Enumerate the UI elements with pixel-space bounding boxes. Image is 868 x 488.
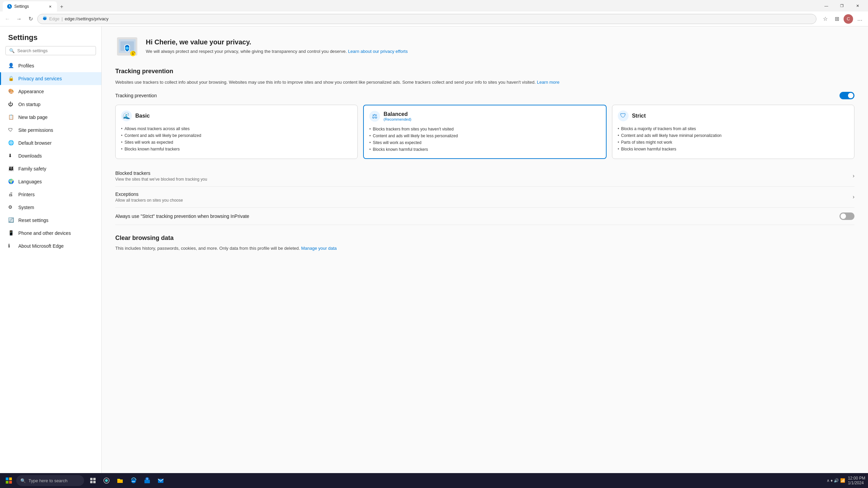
nav-label-startup: On startup bbox=[18, 102, 40, 107]
nav-label-downloads: Downloads bbox=[18, 153, 42, 159]
inprivate-toggle-knob bbox=[841, 214, 846, 219]
sidebar-item-phone[interactable]: 📱Phone and other devices bbox=[0, 227, 101, 240]
inprivate-toggle[interactable] bbox=[840, 212, 854, 220]
sidebar-item-printers[interactable]: 🖨Printers bbox=[0, 188, 101, 201]
tracking-card-strict[interactable]: 🛡 Strict Blocks a majority of trackers f… bbox=[612, 105, 854, 159]
back-button[interactable]: ← bbox=[3, 14, 12, 24]
taskbar-apps bbox=[87, 474, 167, 487]
task-view-button[interactable] bbox=[87, 474, 99, 487]
svg-rect-14 bbox=[90, 481, 93, 483]
privacy-header: Hi Cherie, we value your privacy. We wil… bbox=[115, 35, 854, 58]
nav-label-system: System bbox=[18, 205, 34, 210]
privacy-header-text: Hi Cherie, we value your privacy. We wil… bbox=[146, 38, 408, 55]
address-bar: ← → ↻ Edge | edge://settings/privacy ☆ ⊞… bbox=[0, 12, 868, 26]
close-button[interactable]: ✕ bbox=[850, 0, 865, 11]
tab-close-button[interactable]: ✕ bbox=[47, 4, 53, 9]
account-icon[interactable]: C bbox=[843, 14, 854, 24]
sidebar-item-family-safety[interactable]: 👨‍👩‍👧Family safety bbox=[0, 162, 101, 175]
address-input[interactable]: Edge | edge://settings/privacy bbox=[37, 14, 816, 24]
nav-label-printers: Printers bbox=[18, 192, 35, 197]
svg-rect-19 bbox=[144, 480, 150, 483]
window-controls: — ❐ ✕ bbox=[818, 0, 865, 11]
svg-rect-20 bbox=[146, 478, 148, 480]
blocked-trackers-text: Blocked trackers View the sites that we'… bbox=[115, 170, 207, 182]
start-button[interactable] bbox=[3, 474, 15, 487]
sidebar-item-privacy[interactable]: 🔒Privacy and services bbox=[0, 72, 101, 85]
user-avatar[interactable]: C bbox=[844, 14, 853, 24]
nav-icon-startup: ⏻ bbox=[8, 101, 14, 107]
blocked-trackers-item[interactable]: Blocked trackers View the sites that we'… bbox=[115, 166, 854, 187]
svg-rect-7 bbox=[132, 53, 134, 55]
card-point: Allows most trackers across all sites bbox=[121, 125, 352, 132]
card-icon-strict: 🛡 bbox=[618, 110, 629, 121]
card-point: Blocks a majority of trackers from all s… bbox=[618, 125, 849, 132]
card-points-basic: Allows most trackers across all sitesCon… bbox=[121, 125, 352, 152]
tracking-learn-link[interactable]: Learn more bbox=[537, 80, 559, 85]
nav-icon-printers: 🖨 bbox=[8, 191, 14, 198]
inprivate-label: Always use "Strict" tracking prevention … bbox=[115, 214, 249, 219]
tracking-desc: Websites use trackers to collect info ab… bbox=[115, 79, 854, 86]
tracking-card-basic[interactable]: 🌊 Basic Allows most trackers across all … bbox=[115, 105, 358, 159]
card-name-strict: Strict bbox=[632, 113, 646, 119]
sidebar-item-default-browser[interactable]: 🌐Default browser bbox=[0, 137, 101, 149]
nav-icon-newtab: 📋 bbox=[8, 114, 14, 120]
card-header-basic: 🌊 Basic bbox=[121, 110, 352, 121]
sidebar-item-appearance[interactable]: 🎨Appearance bbox=[0, 85, 101, 98]
search-input[interactable] bbox=[17, 48, 92, 53]
card-name-group-basic: Basic bbox=[135, 113, 150, 119]
address-separator: Edge bbox=[49, 16, 59, 21]
forward-button[interactable]: → bbox=[14, 14, 24, 24]
edge-icon bbox=[42, 16, 47, 22]
tracking-card-balanced[interactable]: ⚖ Balanced (Recommended) Blocks trackers… bbox=[363, 105, 606, 159]
tracking-section: Tracking prevention Websites use tracker… bbox=[115, 68, 854, 225]
taskbar-search[interactable]: 🔍 Type here to search bbox=[16, 475, 84, 486]
sidebar-item-languages[interactable]: 🌍Languages bbox=[0, 175, 101, 188]
sidebar-title: Settings bbox=[0, 26, 101, 46]
tab-title: Settings bbox=[14, 4, 45, 9]
search-icon: 🔍 bbox=[9, 48, 15, 53]
card-icon-basic: 🌊 bbox=[121, 110, 132, 121]
file-explorer-button[interactable] bbox=[114, 474, 126, 487]
taskbar: 🔍 Type here to search bbox=[0, 473, 868, 488]
card-points-strict: Blocks a majority of trackers from all s… bbox=[618, 125, 849, 152]
sidebar-nav: 👤Profiles🔒Privacy and services🎨Appearanc… bbox=[0, 59, 101, 252]
more-button[interactable]: … bbox=[854, 14, 865, 24]
mail-button[interactable] bbox=[155, 474, 167, 487]
address-divider: | bbox=[61, 16, 62, 21]
nav-icon-family-safety: 👨‍👩‍👧 bbox=[8, 166, 14, 172]
card-name-group-balanced: Balanced (Recommended) bbox=[383, 111, 411, 121]
clear-desc: This includes history, passwords, cookie… bbox=[115, 246, 854, 251]
nav-icon-about: ℹ bbox=[8, 243, 14, 249]
settings-tab[interactable]: Settings ✕ bbox=[3, 1, 57, 12]
sidebar-item-downloads[interactable]: ⬇Downloads bbox=[0, 149, 101, 162]
manage-data-link[interactable]: Manage your data bbox=[301, 246, 337, 251]
sidebar-item-site-permissions[interactable]: 🛡Site permissions bbox=[0, 124, 101, 137]
store-button[interactable] bbox=[141, 474, 153, 487]
nav-label-privacy: Privacy and services bbox=[18, 76, 62, 81]
clear-section: Clear browsing data This includes histor… bbox=[115, 235, 854, 251]
edge-taskbar-button[interactable] bbox=[127, 474, 140, 487]
maximize-button[interactable]: ❐ bbox=[834, 0, 850, 11]
card-header-balanced: ⚖ Balanced (Recommended) bbox=[369, 111, 600, 122]
sidebar-item-newtab[interactable]: 📋New tab page bbox=[0, 111, 101, 124]
tracking-toggle[interactable] bbox=[840, 92, 854, 99]
search-box[interactable]: 🔍 bbox=[5, 46, 96, 55]
sidebar-item-profiles[interactable]: 👤Profiles bbox=[0, 59, 101, 72]
minimize-button[interactable]: — bbox=[818, 0, 834, 11]
toggle-knob bbox=[848, 93, 853, 98]
collections-icon[interactable]: ⊞ bbox=[831, 14, 842, 24]
exceptions-item[interactable]: Exceptions Allow all trackers on sites y… bbox=[115, 187, 854, 208]
sidebar-item-about[interactable]: ℹAbout Microsoft Edge bbox=[0, 240, 101, 252]
privacy-learn-link[interactable]: Learn about our privacy efforts bbox=[348, 49, 408, 54]
main-layout: Settings 🔍 👤Profiles🔒Privacy and service… bbox=[0, 26, 868, 473]
sidebar-item-system[interactable]: ⚙System bbox=[0, 201, 101, 214]
sidebar-item-startup[interactable]: ⏻On startup bbox=[0, 98, 101, 111]
sidebar-item-reset[interactable]: 🔄Reset settings bbox=[0, 214, 101, 227]
favorites-icon[interactable]: ☆ bbox=[820, 14, 831, 24]
nav-icon-reset: 🔄 bbox=[8, 217, 14, 223]
refresh-button[interactable]: ↻ bbox=[26, 14, 35, 24]
card-point: Sites will work as expected bbox=[121, 139, 352, 146]
cortana-button[interactable] bbox=[100, 474, 113, 487]
card-point: Blocks trackers from sites you haven't v… bbox=[369, 126, 600, 133]
new-tab-button[interactable]: + bbox=[57, 2, 66, 12]
